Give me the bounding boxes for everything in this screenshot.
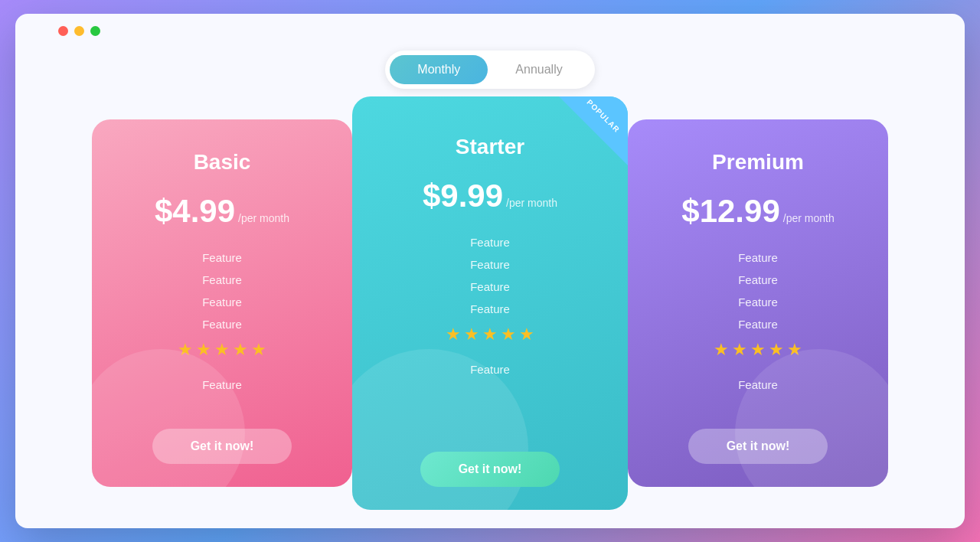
premium-feature-5: Feature [738, 378, 778, 391]
popular-badge: POPULAR [559, 96, 628, 165]
starter-star-4: ★ [501, 325, 516, 344]
basic-card: Basic $4.99 /per month Feature Feature F… [92, 119, 352, 487]
starter-feature-3: Feature [470, 280, 510, 293]
basic-star-2: ★ [196, 340, 211, 360]
basic-star-1: ★ [178, 340, 193, 360]
basic-stars: ★ ★ ★ ★ ★ [178, 340, 266, 360]
starter-feature-1: Feature [470, 236, 510, 249]
basic-features-list: Feature Feature Feature Feature ★ ★ ★ ★ … [115, 251, 329, 391]
premium-period: /per month [783, 212, 835, 224]
basic-feature-2: Feature [202, 273, 242, 286]
premium-features-list: Feature Feature Feature Feature ★ ★ ★ ★ … [651, 251, 865, 391]
pricing-cards-container: Basic $4.99 /per month Feature Feature F… [46, 112, 934, 510]
starter-feature-4: Feature [470, 302, 510, 315]
premium-feature-4: Feature [738, 318, 778, 331]
premium-star-4: ★ [769, 340, 784, 360]
close-dot[interactable] [58, 26, 68, 36]
premium-price: $12.99 [681, 193, 779, 230]
starter-card-title: Starter [456, 135, 524, 159]
premium-cta-button[interactable]: Get it now! [688, 429, 828, 464]
minimize-dot[interactable] [74, 26, 84, 36]
starter-feature-2: Feature [470, 258, 510, 271]
starter-features-list: Feature Feature Feature Feature ★ ★ ★ ★ … [375, 236, 605, 376]
basic-feature-4: Feature [202, 318, 242, 331]
premium-star-1: ★ [714, 340, 729, 360]
basic-period: /per month [238, 212, 289, 224]
premium-star-2: ★ [732, 340, 747, 360]
starter-star-1: ★ [446, 325, 461, 344]
annually-toggle-button[interactable]: Annually [488, 55, 590, 84]
basic-star-5: ★ [251, 340, 266, 360]
starter-stars: ★ ★ ★ ★ ★ [446, 325, 534, 344]
basic-card-title: Basic [194, 150, 251, 175]
basic-star-3: ★ [214, 340, 230, 360]
premium-star-5: ★ [787, 340, 802, 360]
starter-star-5: ★ [519, 325, 534, 344]
basic-feature-5: Feature [202, 378, 242, 391]
title-bar [46, 14, 934, 47]
premium-feature-2: Feature [738, 273, 778, 286]
starter-star-3: ★ [482, 325, 498, 344]
basic-feature-1: Feature [202, 251, 242, 264]
starter-price-row: $9.99 /per month [423, 178, 557, 214]
billing-toggle-wrapper: Monthly Annually [385, 51, 594, 89]
starter-cta-button[interactable]: Get it now! [420, 452, 560, 487]
premium-feature-3: Feature [738, 295, 778, 309]
premium-card: Premium $12.99 /per month Feature Featur… [628, 119, 888, 487]
monthly-toggle-button[interactable]: Monthly [390, 55, 488, 84]
popular-label: POPULAR [584, 96, 622, 135]
premium-price-row: $12.99 /per month [681, 193, 834, 230]
main-window: Monthly Annually Basic $4.99 /per month … [15, 14, 965, 528]
starter-card: POPULAR Starter $9.99 /per month Feature… [352, 96, 628, 510]
premium-star-3: ★ [750, 340, 766, 360]
maximize-dot[interactable] [90, 26, 100, 36]
premium-feature-1: Feature [738, 251, 778, 264]
premium-stars: ★ ★ ★ ★ ★ [714, 340, 802, 360]
starter-period: /per month [506, 197, 557, 209]
basic-price-row: $4.99 /per month [155, 193, 289, 230]
basic-star-4: ★ [233, 340, 248, 360]
premium-card-title: Premium [712, 150, 804, 175]
billing-toggle: Monthly Annually [385, 51, 594, 89]
starter-star-2: ★ [464, 325, 479, 344]
basic-cta-button[interactable]: Get it now! [152, 429, 292, 464]
basic-price: $4.99 [155, 193, 235, 230]
starter-price: $9.99 [423, 178, 503, 214]
basic-feature-3: Feature [202, 295, 242, 309]
starter-feature-5: Feature [470, 363, 510, 376]
